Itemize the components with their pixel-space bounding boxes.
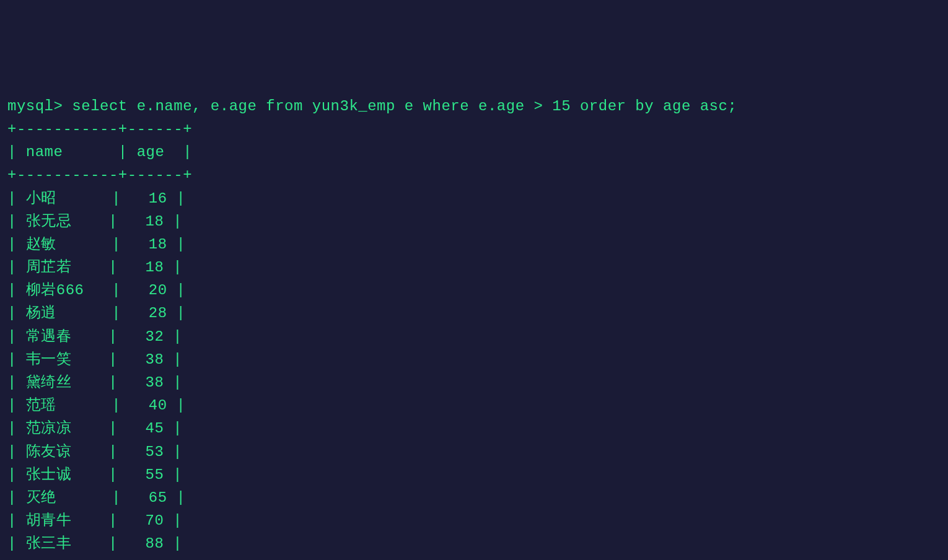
terminal-output: mysql> select e.name, e.age from yun3k_e…	[7, 95, 941, 560]
table-border-top: +-----------+------+	[7, 121, 192, 138]
table-border-mid: +-----------+------+	[7, 167, 192, 183]
table-header: | name | age |	[7, 144, 192, 160]
prompt: mysql> select e.name, e.age from yun3k_e…	[7, 98, 737, 115]
table-body: | 小昭 | 16 | | 张无忌 | 18 | | 赵敏 | 18 | | 周…	[7, 190, 185, 553]
